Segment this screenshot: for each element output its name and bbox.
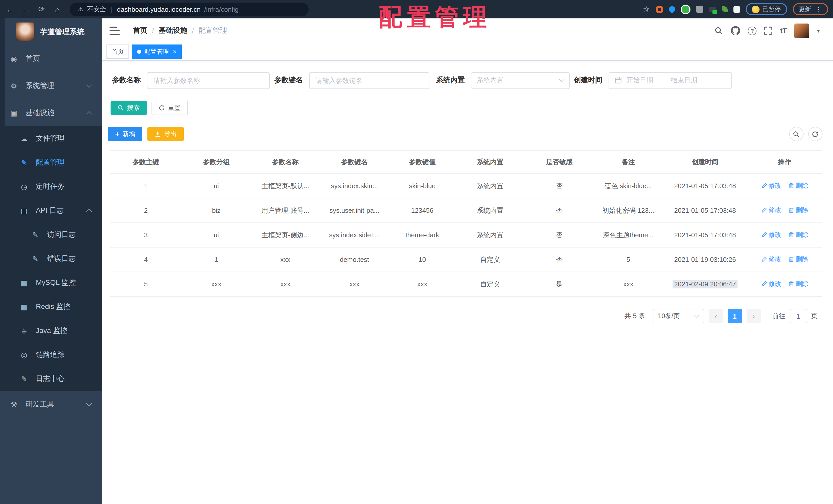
edit-link[interactable]: 修改 [761,206,781,215]
sidebar-item-dev-tools[interactable]: ⚒研发工具 [0,391,102,418]
page-1-button[interactable]: 1 [728,309,742,323]
goto-page-input[interactable] [789,309,807,323]
chevron-down-icon[interactable]: ▾ [817,28,820,33]
cell: xxx [182,272,251,296]
sidebar-item-file[interactable]: ☁文件管理 [0,126,102,150]
export-button[interactable]: 导出 [147,127,184,141]
bookmark-star-icon[interactable]: ☆ [643,5,650,14]
refresh-icon [812,131,818,137]
extension-green-icon[interactable] [681,4,690,14]
filter-date-label: 创建时间 [574,76,602,85]
edit-link[interactable]: 修改 [761,280,781,288]
avatar[interactable] [794,23,809,38]
breadcrumb-separator: / [192,27,194,35]
cell: 10 [389,247,455,272]
delete-link[interactable]: 删除 [788,206,808,215]
sidebar-item-trace[interactable]: ◎链路追踪 [0,343,102,367]
edit-icon [761,281,767,287]
action-label: 修改 [768,280,781,288]
sidebar-item-api-log[interactable]: ▤API 日志 [0,198,102,223]
browser-forward-button[interactable]: → [20,3,32,15]
app-logo[interactable]: 芋道管理系统 [0,19,102,45]
download-icon [154,131,161,137]
actions-cell: 修改删除 [747,174,822,198]
browser-update-button[interactable]: 更新 ⋮ [792,3,828,15]
extension-orange-icon[interactable] [656,5,663,13]
delete-link[interactable]: 删除 [788,255,808,264]
address-bar[interactable]: ⚠ 不安全 | dashboard.yudao.iocoder.cn/infra… [70,2,309,16]
browser-menu-icon[interactable]: ⋮ [815,5,822,13]
edit-note-icon: ✎ [30,230,41,238]
delete-link[interactable]: 删除 [788,280,808,288]
database-icon: ▦ [19,278,30,287]
search-icon[interactable] [715,26,723,35]
sidebar-item-java[interactable]: ☕Java 监控 [0,319,102,343]
sidebar-item-config[interactable]: ✎配置管理 [0,150,102,174]
edit-link[interactable]: 修改 [761,231,781,240]
sidebar-item-label: 访问日志 [47,230,76,239]
date-range-picker[interactable]: 开始日期 - 结束日期 [609,72,732,89]
export-button-label: 导出 [164,130,176,138]
sidebar-item-label: 文件管理 [36,134,65,143]
action-label: 删除 [795,206,808,215]
sidebar-item-redis[interactable]: ▥Redis 监控 [0,295,102,319]
sidebar-item-infra[interactable]: ▣基础设施 [0,99,102,126]
tab-首页[interactable]: 首页 [106,45,129,59]
search-button[interactable]: 搜索 [111,101,147,115]
update-label: 更新 [799,5,811,14]
browser-back-button[interactable]: ← [4,3,16,15]
browser-reload-button[interactable]: ⟳ [35,3,48,15]
browser-home-button[interactable]: ⌂ [51,3,64,15]
sidebar-item-error-log[interactable]: ✎错误日志 [0,247,102,271]
cell: 初始化密码 123... [594,198,663,223]
page-title-stamp: 配置管理 [379,2,491,33]
cell: 123456 [389,198,455,223]
toolbox-icon: ⚒ [8,400,20,408]
param-key-input[interactable] [309,72,429,89]
extension-leaf-icon[interactable] [721,6,728,12]
close-icon[interactable]: × [173,49,176,55]
delete-link[interactable]: 删除 [788,181,808,190]
font-size-icon[interactable]: tT [780,27,787,35]
sidebar-item-mysql[interactable]: ▦MySQL 监控 [0,271,102,295]
sidebar-item-home[interactable]: ◉首页 [0,45,102,72]
url-host: dashboard.yudao.iocoder.cn [117,5,200,13]
reset-button[interactable]: 重置 [151,101,188,115]
sidebar-menu: ◉首页⚙系统管理▣基础设施☁文件管理✎配置管理◷定时任务▤API 日志✎访问日志… [0,45,102,418]
next-page-button[interactable]: › [746,309,761,323]
sidebar-item-label: API 日志 [36,206,64,215]
builtin-select[interactable]: 系统内置 [471,72,570,89]
sidebar-item-label: 定时任务 [36,182,65,191]
sidebar-item-log-center[interactable]: ✎日志中心 [0,367,102,391]
sidebar-item-access-log[interactable]: ✎访问日志 [0,223,102,247]
extension-pin-icon[interactable] [667,5,676,14]
breadcrumb-item[interactable]: 首页 [133,26,147,35]
edit-link[interactable]: 修改 [761,255,781,264]
help-icon[interactable]: ? [748,26,757,35]
cell: 蓝色 skin-blue... [594,174,663,198]
toggle-search-button[interactable] [789,127,803,141]
fullscreen-icon[interactable] [764,27,772,35]
cell: ui [182,174,251,198]
cell: 主框架页-侧边... [251,223,320,247]
page-size-select[interactable]: 10条/页 [652,309,704,323]
tab-配置管理[interactable]: 配置管理× [132,45,182,59]
profile-paused-chip[interactable]: 已暂停 [745,3,787,15]
date-start-placeholder: 开始日期 [626,76,653,85]
extension-on-badge-icon[interactable] [709,6,716,12]
breadcrumb-item[interactable]: 基础设施 [159,26,187,35]
breadcrumb-item[interactable]: 配置管理 [198,26,227,35]
refresh-button[interactable] [808,127,822,141]
extension-gray-icon[interactable] [696,6,703,13]
sidebar-item-job[interactable]: ◷定时任务 [0,174,102,198]
add-button[interactable]: + 新增 [108,127,142,141]
param-name-input[interactable] [147,72,270,89]
cell: theme-dark [389,223,455,247]
github-icon[interactable] [731,26,740,35]
sidebar-toggle-icon[interactable] [110,27,120,35]
sidebar-item-system[interactable]: ⚙系统管理 [0,72,102,99]
delete-link[interactable]: 删除 [788,231,808,240]
edit-link[interactable]: 修改 [761,181,781,190]
extensions-puzzle-icon[interactable] [733,6,740,12]
prev-page-button[interactable]: ‹ [709,309,723,323]
